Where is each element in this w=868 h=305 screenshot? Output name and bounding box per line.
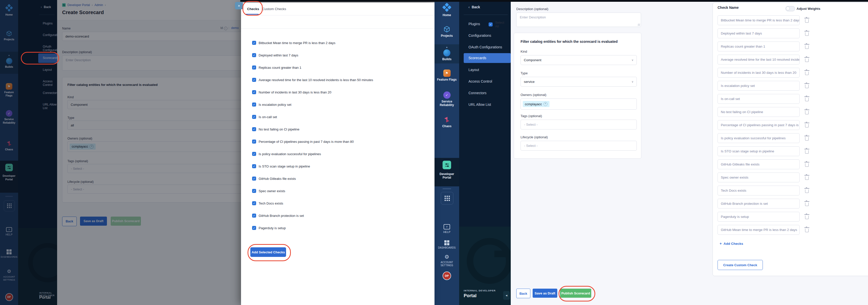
save-as-draft-button[interactable]: Save as Draft bbox=[533, 288, 557, 298]
check-checkbox[interactable] bbox=[252, 127, 256, 131]
trash-icon[interactable] bbox=[805, 45, 809, 49]
trash-icon[interactable] bbox=[805, 137, 809, 141]
trash-icon[interactable] bbox=[805, 32, 809, 36]
check-name-input[interactable]: Replicas count greater than 1 bbox=[717, 41, 800, 51]
kind-select[interactable]: Component bbox=[521, 55, 637, 65]
check-option-row[interactable]: Is STO scan stage setup in pipeline bbox=[252, 164, 373, 169]
sidenav-item-connectors[interactable]: Connectors bbox=[468, 91, 487, 95]
type-select[interactable]: service bbox=[521, 77, 637, 87]
trash-icon[interactable] bbox=[805, 229, 809, 232]
sidebar-item-feature-flags[interactable]: Feature Flags bbox=[434, 70, 459, 81]
trash-icon[interactable] bbox=[805, 124, 809, 128]
sidenav-item-configurations[interactable]: Configurations bbox=[468, 33, 491, 37]
check-checkbox[interactable] bbox=[252, 115, 256, 119]
back-nav-link[interactable]: Back bbox=[468, 5, 480, 9]
check-option-row[interactable]: Spec owner exists bbox=[252, 188, 373, 193]
module-picker-button[interactable] bbox=[441, 192, 453, 204]
nav-collapse-handle[interactable] bbox=[442, 188, 451, 189]
trash-icon[interactable] bbox=[805, 202, 809, 206]
back-button[interactable]: Back bbox=[516, 288, 530, 298]
check-name-input[interactable]: Tech Docs exists bbox=[717, 186, 800, 195]
sidenav-item-layout[interactable]: Layout bbox=[468, 68, 479, 72]
sidenav-item-url-allow-list[interactable]: URL Allow List bbox=[468, 103, 491, 107]
sidebar-item-builds[interactable]: Builds bbox=[434, 49, 459, 61]
check-checkbox[interactable] bbox=[252, 65, 256, 70]
check-option-row[interactable]: Deployed within last 7 days bbox=[252, 53, 373, 58]
sidenav-item-plugins[interactable]: Plugins bbox=[468, 22, 480, 26]
check-checkbox[interactable] bbox=[252, 41, 256, 45]
check-option-row[interactable]: GitHub Branch protection is set bbox=[252, 213, 373, 218]
check-option-row[interactable]: Number of incidents in last 30 days is l… bbox=[252, 90, 373, 95]
trash-icon[interactable] bbox=[805, 216, 809, 219]
nav-scroll-up[interactable] bbox=[434, 46, 459, 48]
description-textarea[interactable]: Enter Description bbox=[516, 12, 641, 27]
sidebar-item-developer-portal[interactable]: Developer Portal bbox=[434, 161, 459, 179]
user-avatar[interactable]: DP bbox=[434, 272, 459, 280]
sidebar-item-service-reliability[interactable]: Service Reliability bbox=[434, 91, 459, 107]
add-checks-link[interactable]: Add Checks bbox=[719, 241, 743, 246]
sidenav-item-access-control[interactable]: Access Control bbox=[468, 79, 492, 83]
check-checkbox[interactable] bbox=[252, 152, 256, 156]
check-checkbox[interactable] bbox=[252, 176, 256, 181]
check-name-input[interactable]: Spec owner exists bbox=[717, 172, 800, 182]
trash-icon[interactable] bbox=[805, 150, 809, 154]
trash-icon[interactable] bbox=[805, 176, 809, 180]
sidebar-item-dashboards[interactable]: DASHBOARDS bbox=[434, 240, 459, 249]
check-name-input[interactable]: Bitbucket Mean time to merge PR is less … bbox=[717, 16, 800, 25]
check-checkbox[interactable] bbox=[252, 201, 256, 205]
check-name-input[interactable]: Average resolved time for the last 10 re… bbox=[717, 55, 800, 64]
check-name-input[interactable]: No test failing on CI pipeline bbox=[717, 107, 800, 117]
check-option-row[interactable]: Is policy evaluation successful for pipe… bbox=[252, 151, 373, 157]
adjust-weights-toggle[interactable] bbox=[785, 6, 795, 11]
check-name-input[interactable]: Is STO scan stage setup in pipeline bbox=[717, 146, 800, 156]
trash-icon[interactable] bbox=[805, 19, 809, 23]
sidebar-item-chaos[interactable]: Chaos bbox=[434, 116, 459, 128]
trash-icon[interactable] bbox=[805, 85, 809, 88]
check-name-input[interactable]: Deployed within last 7 days bbox=[717, 28, 800, 38]
check-option-row[interactable]: Pagerduty is setup bbox=[252, 225, 373, 230]
chip-remove-icon[interactable] bbox=[544, 102, 548, 106]
sidebar-item-account-settings[interactable]: ACCOUNT SETTINGS bbox=[434, 254, 459, 267]
check-checkbox[interactable] bbox=[252, 103, 256, 107]
check-name-input[interactable]: GitHub Mean time to merge PR is less tha… bbox=[717, 225, 800, 235]
trash-icon[interactable] bbox=[805, 98, 809, 101]
select-all-row[interactable]: Select All bbox=[489, 21, 504, 28]
check-checkbox[interactable] bbox=[252, 226, 256, 230]
check-option-row[interactable]: Is on-call set bbox=[252, 114, 373, 119]
check-option-row[interactable]: Average resolved time for the last 10 re… bbox=[252, 77, 373, 82]
check-name-input[interactable]: Percentage of CI pipelines passing in pa… bbox=[717, 120, 800, 130]
sidebar-item-home[interactable]: Home bbox=[434, 4, 459, 17]
check-option-row[interactable]: Bitbucket Mean time to merge PR is less … bbox=[252, 40, 373, 45]
trash-icon[interactable] bbox=[805, 111, 809, 114]
check-name-input[interactable]: GitHub Branch protection is set bbox=[717, 199, 800, 209]
check-name-input[interactable]: Is policy evaluation successful for pipe… bbox=[717, 133, 800, 143]
sidebar-item-projects[interactable]: Projects bbox=[434, 25, 459, 37]
check-checkbox[interactable] bbox=[252, 189, 256, 193]
trash-icon[interactable] bbox=[805, 163, 809, 167]
check-option-row[interactable]: Percentage of CI pipelines passing in pa… bbox=[252, 139, 373, 144]
check-checkbox[interactable] bbox=[252, 140, 256, 143]
check-name-input[interactable]: Number of incidents in last 30 days is l… bbox=[717, 68, 800, 78]
tags-select[interactable]: - Select - bbox=[521, 120, 637, 130]
modal-close-button[interactable] bbox=[235, 2, 243, 9]
check-checkbox[interactable] bbox=[252, 53, 256, 57]
lifecycle-select[interactable]: - Select - bbox=[521, 141, 637, 150]
tab-custom-checks[interactable]: Custom Checks bbox=[262, 7, 286, 11]
check-option-row[interactable]: Tech Docs exists bbox=[252, 201, 373, 206]
check-name-input[interactable]: Is on-call set bbox=[717, 94, 800, 104]
collapse-nav-button[interactable] bbox=[503, 291, 510, 300]
check-option-row[interactable]: No test failing on CI pipeline bbox=[252, 127, 373, 132]
trash-icon[interactable] bbox=[805, 189, 809, 193]
owners-multiselect[interactable]: ccmplayacc bbox=[521, 99, 637, 110]
sidenav-item-oauth-configurations[interactable]: OAuth Configurations bbox=[468, 45, 502, 49]
trash-icon[interactable] bbox=[805, 58, 809, 62]
trash-icon[interactable] bbox=[805, 72, 809, 75]
check-name-input[interactable]: Is escalation policy set bbox=[717, 81, 800, 91]
check-checkbox[interactable] bbox=[252, 164, 256, 168]
select-all-checkbox[interactable] bbox=[489, 22, 493, 26]
create-custom-check-button[interactable]: Create Custom Check bbox=[717, 260, 763, 270]
check-name-input[interactable]: GitHub Gitleaks file exists bbox=[717, 160, 800, 169]
check-option-row[interactable]: GitHub Gitleaks file exists bbox=[252, 176, 373, 181]
check-name-input[interactable]: Pagerduty is setup bbox=[717, 212, 800, 222]
check-checkbox[interactable] bbox=[252, 214, 256, 218]
